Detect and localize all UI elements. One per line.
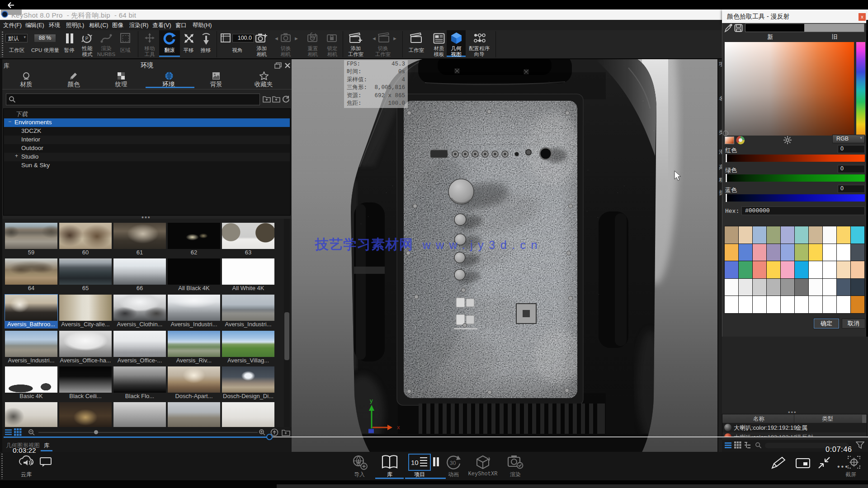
- svg-text:10: 10: [411, 459, 419, 466]
- svg-text:y: y: [370, 397, 373, 404]
- svg-text:P: P: [85, 36, 89, 41]
- svg-text:30: 30: [450, 460, 456, 466]
- svg-text:x: x: [397, 424, 400, 431]
